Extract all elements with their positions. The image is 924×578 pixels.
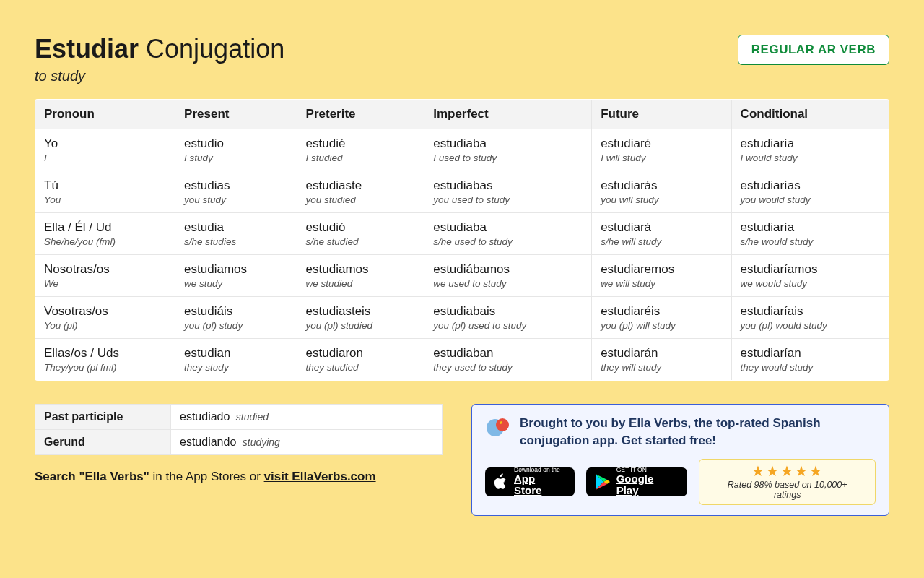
cell-primary: estudian (184, 346, 288, 361)
table-row: Ella / Él / UdShe/he/you (fml)estudias/h… (35, 212, 889, 254)
cell-primary: Nosotras/os (44, 262, 166, 277)
cell-primary: estudiamos (306, 262, 416, 277)
cell-primary: estudiáis (184, 304, 288, 319)
cell-present: estudias/he studies (175, 212, 297, 254)
cell-future: estudiarás/he will study (592, 212, 731, 254)
cell-primary: estudió (306, 220, 416, 235)
cell-secondary: I would study (741, 152, 880, 163)
cell-primary: estudiarían (741, 346, 880, 361)
page-title: Estudiar Conjugation (35, 35, 284, 64)
cell-primary: estudié (306, 137, 416, 151)
promo-link[interactable]: Ella Verbs (629, 416, 687, 430)
cell-secondary: you study (184, 194, 288, 205)
cell-secondary: I study (184, 152, 288, 163)
cell-present: estudiamoswe study (175, 254, 297, 296)
cell-primary: estudiaría (741, 137, 880, 151)
cell-future: estudiaremoswe will study (592, 254, 731, 296)
cell-present: estudiáisyou (pl) study (175, 296, 297, 338)
cell-secondary: you (pl) used to study (433, 320, 583, 331)
google-play-icon (595, 473, 611, 491)
cell-imperfect: estudiabaisyou (pl) used to study (424, 296, 592, 338)
cell-imperfect: estudiabas/he used to study (424, 212, 592, 254)
cell-pronoun: Ellas/os / UdsThey/you (pl fml) (35, 338, 175, 380)
cell-preterite: estudiós/he studied (297, 212, 424, 254)
cell-secondary: they used to study (433, 362, 583, 373)
form-en: studying (243, 436, 280, 448)
table-row: Past participle estudiado studied (35, 404, 443, 429)
cell-secondary: you will study (601, 194, 722, 205)
cell-primary: estudiará (601, 220, 722, 235)
cell-secondary: they studied (306, 362, 416, 373)
cell-pronoun: Nosotras/osWe (35, 254, 175, 296)
cell-conditional: estudiaríasyou would study (731, 171, 889, 212)
cell-secondary: we study (184, 278, 288, 289)
google-play-big: Google Play (616, 473, 679, 497)
cell-primary: estudiaré (601, 137, 722, 151)
form-es: estudiado (180, 410, 230, 423)
app-store-badge[interactable]: Download on the App Store (485, 467, 575, 496)
table-row: TúYouestudiasyou studyestudiasteyou stud… (35, 171, 889, 212)
past-participle-label: Past participle (35, 404, 171, 429)
cell-secondary: they will study (601, 362, 722, 373)
cell-preterite: estudiaronthey studied (297, 338, 424, 380)
cell-pronoun: YoI (35, 129, 175, 171)
cell-conditional: estudiarías/he would study (731, 212, 889, 254)
cell-present: estudioI study (175, 129, 297, 171)
form-es: estudiando (180, 436, 236, 448)
col-conditional: Conditional (731, 99, 889, 129)
cell-pronoun: Ella / Él / UdShe/he/you (fml) (35, 212, 175, 254)
col-present: Present (175, 99, 297, 129)
cell-secondary: s/he studied (306, 236, 416, 247)
cell-future: estudiaréisyou (pl) will study (592, 296, 731, 338)
cell-pronoun: Vosotras/osYou (pl) (35, 296, 175, 338)
verb-meaning: to study (35, 68, 284, 85)
cell-primary: Ellas/os / Uds (44, 346, 166, 361)
cell-secondary: I (44, 152, 166, 163)
header: Estudiar Conjugation to study REGULAR AR… (35, 35, 889, 85)
cell-primary: estudiabais (433, 304, 583, 319)
cell-secondary: we used to study (433, 278, 583, 289)
conjugation-table: Pronoun Present Preterite Imperfect Futu… (35, 99, 889, 381)
cell-secondary: you would study (741, 194, 880, 205)
promo-prefix: Brought to you by (520, 416, 629, 430)
col-future: Future (592, 99, 731, 129)
stars-icon: ★★★★★ (712, 464, 862, 478)
cell-primary: estudiaríais (741, 304, 880, 319)
google-play-badge[interactable]: GET IT ON Google Play (586, 467, 688, 496)
cell-secondary: I studied (306, 152, 416, 163)
cell-secondary: I will study (601, 152, 722, 163)
search-prefix: Search "Ella Verbs" (35, 470, 149, 483)
promo-top: Brought to you by Ella Verbs, the top-ra… (485, 415, 876, 450)
cell-secondary: you (pl) study (184, 320, 288, 331)
cell-primary: estudiarán (601, 346, 722, 361)
table-row: Nosotras/osWeestudiamoswe studyestudiamo… (35, 254, 889, 296)
table-row: Vosotras/osYou (pl)estudiáisyou (pl) stu… (35, 296, 889, 338)
cell-conditional: estudiaríaI would study (731, 129, 889, 171)
cell-primary: estudia (184, 220, 288, 235)
search-middle: in the App Stores or (149, 470, 264, 483)
title-suffix: Conjugation (139, 34, 284, 64)
cell-secondary: you (pl) will study (601, 320, 722, 331)
col-pronoun: Pronoun (35, 99, 175, 129)
promo-text: Brought to you by Ella Verbs, the top-ra… (520, 415, 876, 450)
cell-conditional: estudiaríaisyou (pl) would study (731, 296, 889, 338)
cell-primary: estudiaríamos (741, 262, 880, 277)
promo-bottom: Download on the App Store GET IT ON Goog… (485, 459, 876, 505)
cell-primary: estudiaste (306, 178, 416, 193)
cell-secondary: we will study (601, 278, 722, 289)
cell-secondary: You (44, 194, 166, 205)
bottom-row: Past participle estudiado studied Gerund… (35, 404, 889, 516)
past-participle-value: estudiado studied (171, 404, 443, 429)
cell-conditional: estudiaríanthey would study (731, 338, 889, 380)
cell-primary: estudiaba (433, 220, 583, 235)
cell-secondary: you (pl) studied (306, 320, 416, 331)
cell-primary: estudiarás (601, 178, 722, 193)
cell-primary: Yo (44, 137, 166, 151)
cell-secondary: You (pl) (44, 320, 166, 331)
cell-imperfect: estudiabanthey used to study (424, 338, 592, 380)
cell-primary: estudiaréis (601, 304, 722, 319)
visit-link[interactable]: visit EllaVerbs.com (264, 470, 376, 483)
cell-present: estudianthey study (175, 338, 297, 380)
cell-secondary: you studied (306, 194, 416, 205)
cell-primary: estudiaron (306, 346, 416, 361)
